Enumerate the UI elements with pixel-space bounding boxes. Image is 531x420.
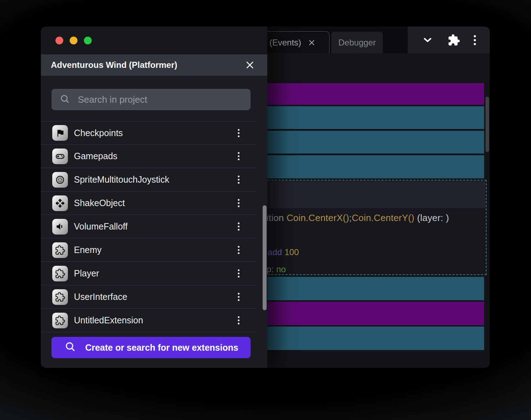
list-item-player[interactable]: Player (41, 262, 257, 285)
list-item-enemy[interactable]: Enemy (41, 238, 257, 262)
item-menu-icon[interactable] (238, 202, 240, 204)
more-menu-icon[interactable] (474, 39, 476, 41)
events-scrollbar[interactable] (486, 97, 489, 152)
create-extension-button[interactable]: Create or search for new extensions (52, 337, 251, 358)
tab-events-label: (Events) (269, 38, 301, 48)
event-row[interactable] (254, 106, 484, 129)
search-icon (64, 340, 76, 355)
screenshot-stage: (Events) Debugger (0, 0, 531, 420)
project-title: Adventurous Wind (Platformer) (51, 60, 177, 70)
item-menu-icon[interactable] (238, 296, 240, 298)
puzzle-icon (52, 313, 68, 328)
search-input[interactable] (78, 94, 251, 105)
project-manager-panel: Adventurous Wind (Platformer) (41, 27, 267, 368)
item-menu-icon[interactable] (238, 132, 240, 134)
extensions-list: Checkpoints Gamepads (41, 121, 257, 332)
tab-debugger[interactable]: Debugger (331, 32, 383, 53)
event-row[interactable] (254, 131, 484, 154)
selected-event[interactable]: ition Coin.CenterX();Coin.CenterY() (lay… (253, 180, 487, 275)
app-window: (Events) Debugger (41, 27, 490, 368)
flag-icon (52, 125, 68, 141)
event-row[interactable] (254, 327, 484, 350)
list-item-untitledextension[interactable]: UntitledExtension (41, 309, 257, 332)
event-action-text: ition Coin.CenterX();Coin.CenterY() (lay… (254, 212, 484, 224)
create-extension-label: Create or search for new extensions (85, 343, 238, 353)
titlebar-right-cluster (408, 27, 490, 53)
traffic-light-zoom[interactable] (84, 37, 92, 44)
event-row[interactable] (254, 302, 484, 325)
chevron-down-icon[interactable] (422, 34, 434, 46)
item-menu-icon[interactable] (238, 273, 240, 274)
panel-scrollbar[interactable] (263, 205, 267, 310)
search-icon (59, 93, 70, 106)
list-item-gamepads[interactable]: Gamepads (41, 145, 257, 168)
event-row[interactable] (254, 277, 484, 300)
list-item-userinterface[interactable]: UserInterface (41, 285, 257, 309)
puzzle-icon (52, 242, 68, 258)
selected-event-conditions (255, 181, 485, 208)
list-item-volumefalloff[interactable]: VolumeFalloff (41, 215, 257, 238)
speaker-icon (52, 219, 68, 235)
traffic-light-minimize[interactable] (70, 37, 77, 44)
list-item-shakeobject[interactable]: ShakeObject (41, 192, 257, 215)
panel-close-icon[interactable] (245, 60, 255, 70)
event-flag-text: p: no (254, 264, 484, 274)
event-row[interactable] (254, 155, 484, 178)
move-arrows-icon (52, 195, 68, 211)
event-param-text: add 100 (254, 247, 484, 257)
event-row[interactable] (254, 83, 484, 105)
item-menu-icon[interactable] (238, 226, 240, 227)
list-item-spritemultitouchjoystick[interactable]: SpriteMultitouchJoystick (41, 168, 257, 192)
traffic-light-close[interactable] (55, 37, 63, 44)
joystick-icon (52, 172, 68, 188)
list-item-checkpoints[interactable]: Checkpoints (41, 121, 257, 145)
tab-debugger-label: Debugger (338, 38, 376, 48)
item-menu-icon[interactable] (238, 249, 240, 251)
item-menu-icon[interactable] (238, 319, 240, 321)
tab-events[interactable]: (Events) (262, 31, 329, 53)
panel-header: Adventurous Wind (Platformer) (41, 54, 267, 76)
tab-close-icon[interactable] (307, 38, 316, 47)
item-menu-icon[interactable] (238, 155, 240, 157)
gamepad-icon (52, 149, 68, 164)
extensions-puzzle-icon[interactable] (447, 34, 460, 47)
macos-titlebar (41, 27, 267, 54)
puzzle-icon (52, 266, 68, 281)
puzzle-icon (52, 289, 68, 305)
project-search (52, 89, 251, 110)
item-menu-icon[interactable] (238, 179, 240, 181)
